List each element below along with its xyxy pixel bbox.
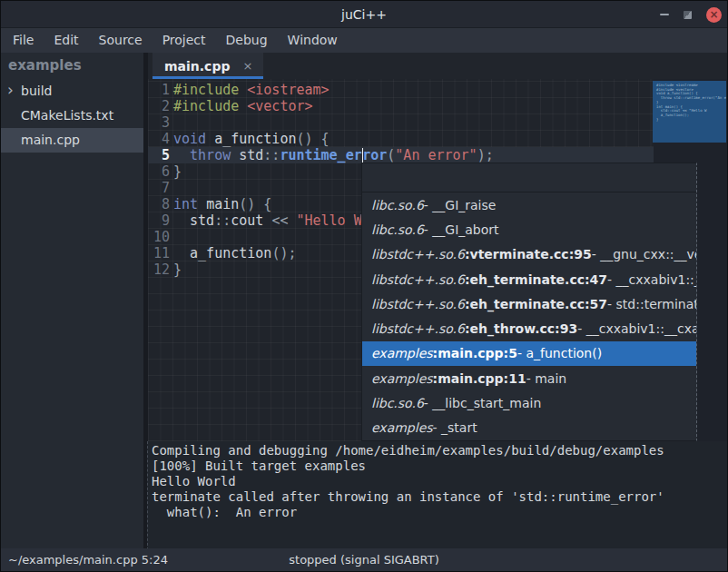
line-number: 6 bbox=[148, 163, 170, 180]
menu-item-project[interactable]: Project bbox=[152, 28, 216, 53]
menu-item-source[interactable]: Source bbox=[89, 28, 152, 53]
titlebar: juCi++ × bbox=[1, 1, 727, 28]
window-controls: × bbox=[660, 1, 722, 28]
code-line[interactable]: void a_function() { bbox=[173, 131, 494, 147]
frame-file-line: :eh_terminate.cc:57 bbox=[465, 297, 607, 311]
debug-status: stopped (signal SIGABRT) bbox=[1, 553, 727, 567]
frame-module: libstdc++.so.6 bbox=[371, 247, 465, 261]
stack-frame[interactable]: libstdc++.so.6:eh_throw.cc:93 - __cxxabi… bbox=[362, 316, 696, 340]
frame-module: libc.so.6 bbox=[371, 198, 424, 212]
frame-module: libc.so.6 bbox=[371, 222, 424, 237]
line-number: 10 bbox=[148, 229, 170, 245]
code-editor[interactable]: 123456789101112 #include <iostream>#incl… bbox=[148, 79, 727, 441]
window-title: juCi++ bbox=[1, 7, 727, 22]
frame-file-line: :vterminate.cc:95 bbox=[465, 247, 592, 261]
stack-frame[interactable]: examples:main.cpp:11 - main bbox=[362, 366, 696, 390]
frame-symbol: - _start bbox=[433, 420, 477, 435]
minimap-line: throw std::runtime_error("An error"); bbox=[656, 96, 726, 101]
line-number: 9 bbox=[148, 212, 170, 229]
code-minimap[interactable]: #include <iostream>#include <vector>void… bbox=[653, 81, 726, 143]
line-number: 1 bbox=[148, 82, 170, 98]
tab-label: main.cpp bbox=[164, 59, 230, 74]
frame-symbol: - __cxxabiv1::__tern bbox=[607, 272, 696, 287]
tree-item-label: CMakeLists.txt bbox=[21, 108, 113, 123]
tab-close-icon[interactable]: × bbox=[242, 60, 252, 72]
terminal-line: terminate called after throwing an insta… bbox=[152, 489, 723, 505]
menubar: FileEditSourceProjectDebugWindow bbox=[1, 28, 727, 53]
minimap-line: } bbox=[656, 118, 726, 123]
menu-item-debug[interactable]: Debug bbox=[216, 28, 278, 53]
line-number-gutter: 123456789101112 bbox=[148, 82, 170, 278]
stack-frame[interactable]: examples - _start bbox=[362, 416, 696, 440]
line-number: 12 bbox=[148, 261, 170, 278]
stack-frame[interactable]: libc.so.6 - __GI_raise bbox=[362, 192, 696, 217]
line-number: 5 bbox=[148, 147, 170, 163]
stack-trace-list: libc.so.6 - __GI_raiselibc.so.6 - __GI_a… bbox=[362, 192, 696, 440]
frame-module: libstdc++.so.6 bbox=[371, 321, 465, 336]
tree-item-label: main.cpp bbox=[21, 133, 80, 147]
frame-module: examples bbox=[371, 346, 433, 360]
code-line[interactable]: #include <vector> bbox=[173, 98, 494, 114]
frame-module: libstdc++.so.6 bbox=[371, 272, 465, 287]
terminal-line: Compiling and debugging /home/eidheim/ex… bbox=[152, 443, 723, 459]
frame-symbol: - std::terminate() bbox=[607, 297, 696, 311]
frame-module: examples bbox=[371, 371, 433, 386]
frame-file-line: :eh_terminate.cc:47 bbox=[465, 272, 607, 287]
main-pane: main.cpp × 123456789101112 #include <ios… bbox=[148, 53, 727, 548]
frame-module: libc.so.6 bbox=[371, 396, 424, 410]
menu-item-file[interactable]: File bbox=[3, 28, 44, 53]
stack-frame[interactable]: libstdc++.so.6:eh_terminate.cc:47 - __cx… bbox=[362, 267, 696, 291]
code-line[interactable]: #include <iostream> bbox=[173, 82, 494, 98]
frame-symbol: - a_function() bbox=[517, 346, 602, 360]
window-body: examples ›buildCMakeLists.txtmain.cpp ma… bbox=[1, 53, 727, 548]
frame-symbol: - __cxxabiv1::__cxa_thro bbox=[577, 321, 696, 336]
frame-symbol: - __GI_abort bbox=[424, 222, 499, 237]
tree-item-label: build bbox=[21, 84, 52, 98]
stack-frame[interactable]: libc.so.6 - __GI_abort bbox=[362, 217, 696, 242]
terminal-output: Compiling and debugging /home/eidheim/ex… bbox=[147, 441, 727, 550]
code-line[interactable] bbox=[173, 114, 494, 131]
close-icon[interactable]: × bbox=[706, 7, 722, 23]
frame-file-line: :eh_throw.cc:93 bbox=[465, 321, 577, 336]
stack-trace-popup-header bbox=[362, 163, 696, 192]
terminal-line: [100%] Built target examples bbox=[152, 459, 723, 474]
stack-frame[interactable]: libstdc++.so.6:vterminate.cc:95 - __gnu_… bbox=[362, 242, 696, 267]
terminal-line: what(): An error bbox=[152, 505, 723, 520]
stack-frame[interactable]: libc.so.6 - __libc_start_main bbox=[362, 390, 696, 415]
project-name: examples bbox=[1, 53, 143, 79]
terminal-line: Hello World bbox=[152, 474, 723, 489]
app-window: juCi++ × FileEditSourceProjectDebugWindo… bbox=[0, 0, 728, 572]
code-line[interactable]: throw std::runtime_error("An error"); bbox=[173, 147, 494, 163]
line-number: 4 bbox=[148, 131, 170, 147]
stack-frame[interactable]: libstdc++.so.6:eh_terminate.cc:57 - std:… bbox=[362, 291, 696, 316]
tree-item-cmakelists-txt[interactable]: CMakeLists.txt bbox=[1, 104, 143, 128]
restore-icon[interactable] bbox=[684, 11, 692, 19]
chevron-right-icon[interactable]: › bbox=[7, 78, 14, 103]
tab-main-cpp[interactable]: main.cpp × bbox=[152, 53, 263, 79]
statusbar: ~/examples/main.cpp 5:24 stopped (signal… bbox=[1, 548, 727, 571]
line-number: 8 bbox=[148, 196, 170, 212]
frame-module: examples bbox=[371, 420, 433, 435]
stack-trace-popup: libc.so.6 - __GI_raiselibc.so.6 - __GI_a… bbox=[361, 163, 697, 441]
tabbar: main.cpp × bbox=[148, 53, 727, 79]
frame-file-line: :main.cpp:5 bbox=[433, 346, 517, 360]
stack-frame[interactable]: examples:main.cpp:5 - a_function() bbox=[362, 341, 696, 366]
frame-module: libstdc++.so.6 bbox=[371, 297, 465, 311]
tree-item-main-cpp[interactable]: main.cpp bbox=[1, 128, 143, 153]
line-number: 2 bbox=[148, 98, 170, 114]
line-number: 11 bbox=[148, 245, 170, 261]
line-number: 3 bbox=[148, 114, 170, 131]
minimize-icon[interactable] bbox=[660, 14, 669, 15]
frame-file-line: :main.cpp:11 bbox=[433, 371, 526, 386]
tree-item-build[interactable]: ›build bbox=[1, 79, 143, 104]
frame-symbol: - __libc_start_main bbox=[424, 396, 541, 410]
frame-symbol: - __GI_raise bbox=[424, 198, 497, 212]
frame-symbol: - main bbox=[526, 371, 566, 386]
menu-item-edit[interactable]: Edit bbox=[44, 28, 88, 53]
menu-item-window[interactable]: Window bbox=[278, 28, 348, 53]
frame-symbol: - __gnu_cxx::__verbos bbox=[592, 247, 696, 261]
line-number: 7 bbox=[148, 180, 170, 196]
file-tree: ›buildCMakeLists.txtmain.cpp bbox=[1, 79, 143, 153]
file-tree-sidebar: examples ›buildCMakeLists.txtmain.cpp bbox=[1, 53, 143, 548]
